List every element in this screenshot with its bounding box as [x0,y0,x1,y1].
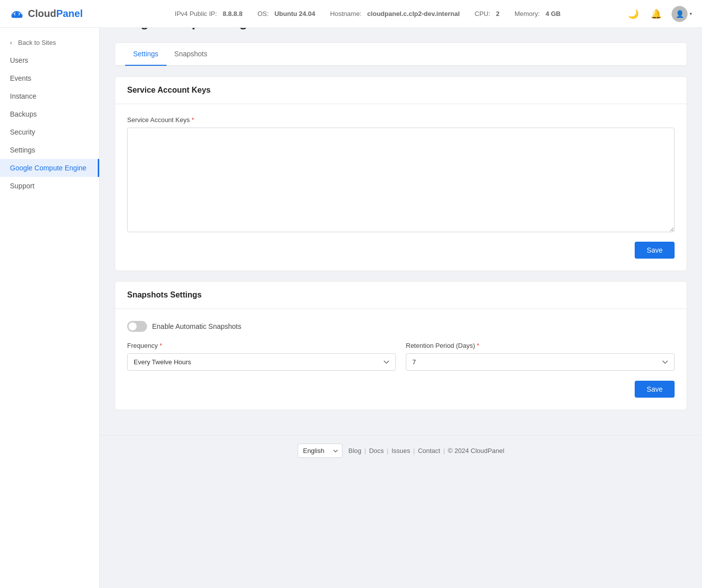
language-select[interactable]: English Deutsch Français Español [298,443,343,458]
user-menu-button[interactable]: 👤 ▾ [672,6,692,22]
toggle-row: Enable Automatic Snapshots [127,321,675,332]
header: CloudPanel IPv4 Public IP: 8.8.8.8 OS: U… [0,0,702,28]
retention-select[interactable]: 1 3 5 7 14 21 30 [406,353,675,371]
header-actions: 🌙 🔔 👤 ▾ [626,6,692,22]
memory-info: Memory: 4 GB [515,10,561,17]
card-header-service-keys: Service Account Keys [115,77,687,104]
sidebar-item-support[interactable]: Support [0,177,99,195]
snapshots-title: Snapshots Settings [127,291,201,299]
avatar: 👤 [672,6,688,22]
logo: CloudPanel [10,8,110,19]
main-content: Google Compute Engine Settings Snapshots… [100,0,702,435]
snapshots-save-button[interactable]: Save [635,381,675,398]
ipv4-info: IPv4 Public IP: 8.8.8.8 [175,10,243,17]
card-body-service-keys: Service Account Keys * Save [115,104,687,271]
chevron-down-icon: ▾ [690,11,692,16]
sidebar-label-support: Support [10,182,34,190]
snapshots-form-row: Frequency * Every Twelve Hours Every Six… [127,342,675,371]
footer-docs-link[interactable]: Docs [369,447,384,454]
hostname-info: Hostname: cloudpanel.c.clp2-dev.internal [330,10,460,17]
sidebar-item-security[interactable]: Security [0,123,99,141]
retention-group: Retention Period (Days) * 1 3 5 7 14 21 … [406,342,675,371]
auto-snapshots-toggle[interactable] [127,321,147,332]
card-header-snapshots: Snapshots Settings [115,282,687,309]
tabs-container: Settings Snapshots [115,42,687,66]
sidebar-label-backups: Backups [10,110,37,118]
arrow-left-icon: ‹ [10,39,12,46]
service-keys-label: Service Account Keys * [127,116,675,124]
card-body-snapshots: Enable Automatic Snapshots Frequency * E… [115,309,687,410]
sidebar-item-instance[interactable]: Instance [0,87,99,105]
footer-blog-link[interactable]: Blog [349,447,361,454]
frequency-group: Frequency * Every Twelve Hours Every Six… [127,342,396,371]
sidebar-label-security: Security [10,128,35,136]
back-to-sites-link[interactable]: ‹ Back to Sites [0,34,99,51]
sidebar-item-settings[interactable]: Settings [0,141,99,159]
sidebar-label-instance: Instance [10,92,36,100]
footer-copyright: © 2024 CloudPanel [448,447,504,454]
frequency-select[interactable]: Every Twelve Hours Every Six Hours Every… [127,353,396,371]
header-info: IPv4 Public IP: 8.8.8.8 OS: Ubuntu 24.04… [110,10,626,17]
svg-point-2 [15,12,19,16]
tab-settings[interactable]: Settings [125,43,167,66]
sidebar-label-events: Events [10,74,31,82]
toggle-label: Enable Automatic Snapshots [152,322,241,330]
footer: English Deutsch Français Español Blog | … [100,435,702,466]
sidebar-label-settings: Settings [10,146,35,154]
toggle-slider [127,321,147,332]
footer-issues-link[interactable]: Issues [391,447,410,454]
sidebar-item-events[interactable]: Events [0,69,99,87]
dark-mode-button[interactable]: 🌙 [626,6,641,21]
footer-contact-link[interactable]: Contact [418,447,440,454]
sidebar: ‹ Back to Sites Users Events Instance Ba… [0,28,100,466]
logo-icon [10,8,24,19]
sidebar-label-users: Users [10,56,28,64]
notifications-button[interactable]: 🔔 [649,6,664,21]
logo-text: CloudPanel [28,8,83,19]
retention-label: Retention Period (Days) * [406,342,675,349]
sidebar-item-gce[interactable]: Google Compute Engine [0,159,99,177]
service-account-keys-card: Service Account Keys Service Account Key… [115,76,687,271]
tabs-header: Settings Snapshots [115,43,687,66]
service-keys-save-button[interactable]: Save [635,242,675,259]
footer-links: Blog | Docs | Issues | Contact | © 2024 … [349,447,505,454]
sidebar-item-users[interactable]: Users [0,51,99,69]
service-keys-title: Service Account Keys [127,86,210,94]
cpu-info: CPU: 2 [475,10,500,17]
service-account-keys-input[interactable] [127,128,675,232]
sidebar-label-gce: Google Compute Engine [10,164,86,172]
frequency-label: Frequency * [127,342,396,349]
svg-rect-4 [11,15,22,18]
os-info: OS: Ubuntu 24.04 [257,10,315,17]
snapshots-settings-card: Snapshots Settings Enable Automatic Snap… [115,281,687,410]
tab-snapshots[interactable]: Snapshots [167,43,215,66]
sidebar-item-backups[interactable]: Backups [0,105,99,123]
